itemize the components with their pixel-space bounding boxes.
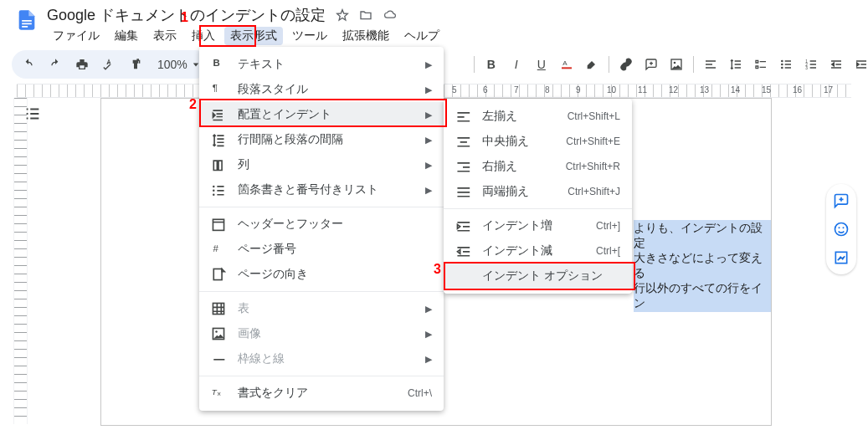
align-submenu-item-3[interactable]: 両端揃えCtrl+Shift+J [444, 179, 632, 204]
align-submenu-item-1[interactable]: 中央揃えCtrl+Shift+E [444, 129, 632, 154]
highlight-button[interactable] [580, 54, 603, 75]
annotation-2: 2 [189, 97, 197, 112]
emoji-icon[interactable] [833, 221, 850, 238]
ind-inc-icon [455, 218, 470, 233]
line-spacing-button[interactable] [724, 54, 747, 75]
menubar-item-0[interactable]: ファイル [47, 27, 105, 45]
paint-button[interactable] [124, 54, 147, 75]
menubar-item-7[interactable]: ヘルプ [398, 27, 445, 45]
svg-rect-2 [22, 26, 28, 28]
format-menu-item-11: 表▶ [199, 296, 444, 321]
svg-point-16 [213, 190, 214, 192]
menubar-item-1[interactable]: 編集 [109, 27, 144, 45]
chevron-right-icon: ▶ [425, 160, 432, 171]
align-r-icon [455, 159, 470, 174]
spellcheck-button[interactable] [97, 54, 121, 75]
star-icon[interactable] [336, 8, 349, 22]
clear-icon: T× [211, 386, 226, 401]
format-menu-item-13: 枠線と線▶ [199, 346, 444, 371]
building-blocks-icon[interactable] [833, 249, 850, 266]
svg-rect-20 [213, 269, 222, 279]
format-menu-item-7[interactable]: ヘッダーとフッター [199, 212, 444, 237]
svg-text:3: 3 [805, 66, 808, 70]
chevron-right-icon: ▶ [425, 185, 432, 196]
format-menu-item-4[interactable]: 列▶ [199, 152, 444, 177]
svg-rect-18 [213, 219, 223, 230]
align-indent-submenu: 左揃えCtrl+Shift+L中央揃えCtrl+Shift+E右揃えCtrl+S… [444, 99, 632, 294]
format-menu-item-15[interactable]: T×書式をクリアCtrl+\ [199, 381, 444, 406]
comment-button[interactable] [639, 54, 663, 75]
svg-point-26 [835, 223, 848, 236]
svg-point-9 [781, 67, 783, 69]
docs-logo[interactable] [12, 5, 42, 35]
underline-button[interactable]: U [530, 54, 553, 75]
chevron-right-icon: ▶ [425, 110, 432, 120]
svg-point-17 [213, 194, 214, 196]
align-button[interactable] [699, 54, 722, 75]
border-icon [211, 351, 226, 366]
redo-button[interactable] [44, 54, 67, 75]
zoom-select[interactable]: 100% [151, 54, 204, 75]
align-submenu-item-0[interactable]: 左揃えCtrl+Shift+L [444, 104, 632, 129]
menubar: ファイル編集表示挿入表示形式ツール拡張機能ヘルプ [47, 27, 445, 45]
menubar-item-6[interactable]: 拡張機能 [336, 27, 395, 45]
link-button[interactable] [614, 54, 638, 75]
format-menu-item-12: 画像▶ [199, 321, 444, 346]
format-menu: Bテキスト▶¶段落スタイル▶配置とインデント▶行間隔と段落の間隔▶列▶箇条書きと… [199, 47, 444, 411]
align-submenu-item-7[interactable]: インデント オプション [444, 264, 632, 289]
selected-text: 大きさなどによって変える [634, 250, 771, 282]
undo-button[interactable] [17, 54, 40, 75]
svg-point-27 [839, 227, 840, 228]
align-submenu-item-6[interactable]: インデント減Ctrl+[ [444, 238, 632, 264]
format-menu-item-2[interactable]: 配置とインデント▶ [199, 102, 444, 127]
svg-text:¶: ¶ [213, 83, 218, 93]
add-comment-icon[interactable] [833, 192, 850, 209]
print-button[interactable] [70, 54, 94, 75]
format-menu-item-8[interactable]: #ページ番号 [199, 237, 444, 262]
format-menu-item-1[interactable]: ¶段落スタイル▶ [199, 77, 444, 102]
bold-button[interactable]: B [480, 54, 503, 75]
format-menu-item-9[interactable]: ページの向き [199, 262, 444, 287]
checklist-button[interactable] [749, 54, 773, 75]
numbered-list-button[interactable]: 123 [799, 54, 823, 75]
outline-icon[interactable] [23, 105, 42, 123]
bullets-icon [211, 182, 226, 197]
svg-point-15 [213, 186, 214, 187]
toolbar-left: 100% [12, 50, 209, 79]
annotation-1: 1 [181, 10, 188, 25]
selected-text: 行以外のすべての行をイン [634, 280, 771, 312]
format-menu-item-0[interactable]: Bテキスト▶ [199, 52, 444, 77]
menubar-item-5[interactable]: ツール [286, 27, 333, 45]
align-submenu-item-2[interactable]: 右揃えCtrl+Shift+R [444, 154, 632, 179]
format-menu-item-5[interactable]: 箇条書きと番号付きリスト▶ [199, 177, 444, 202]
menubar-item-4[interactable]: 表示形式 [224, 27, 283, 45]
menubar-item-3[interactable]: 挿入 [186, 27, 221, 45]
align-c-icon [455, 134, 470, 149]
header-icon [211, 217, 226, 232]
format-menu-item-3[interactable]: 行間隔と段落の間隔▶ [199, 127, 444, 152]
image-button[interactable] [665, 54, 688, 75]
ind-dec-icon [455, 243, 470, 258]
align-submenu-item-5[interactable]: インデント増Ctrl+] [444, 213, 632, 238]
svg-point-7 [781, 60, 783, 63]
text-color-button[interactable]: A [555, 54, 578, 75]
vertical-ruler[interactable] [13, 98, 28, 424]
italic-button[interactable]: I [505, 54, 528, 75]
svg-text:A: A [562, 59, 568, 67]
move-icon[interactable] [359, 8, 372, 22]
selected-text: よりも、インデントの設定 [634, 220, 771, 252]
increase-indent-button[interactable] [850, 54, 868, 75]
chevron-right-icon: ▶ [425, 84, 432, 95]
chevron-right-icon: ▶ [425, 59, 432, 70]
svg-text:#: # [213, 243, 218, 253]
columns-icon [211, 157, 226, 172]
decrease-indent-button[interactable] [824, 54, 848, 75]
cloud-icon[interactable] [383, 8, 398, 22]
svg-rect-1 [22, 23, 32, 25]
table-icon [211, 301, 226, 316]
bulleted-list-button[interactable] [774, 54, 798, 75]
image-icon [211, 326, 226, 341]
menubar-item-2[interactable]: 表示 [147, 27, 182, 45]
B-icon: B [211, 57, 226, 72]
¶-icon: ¶ [211, 82, 226, 97]
